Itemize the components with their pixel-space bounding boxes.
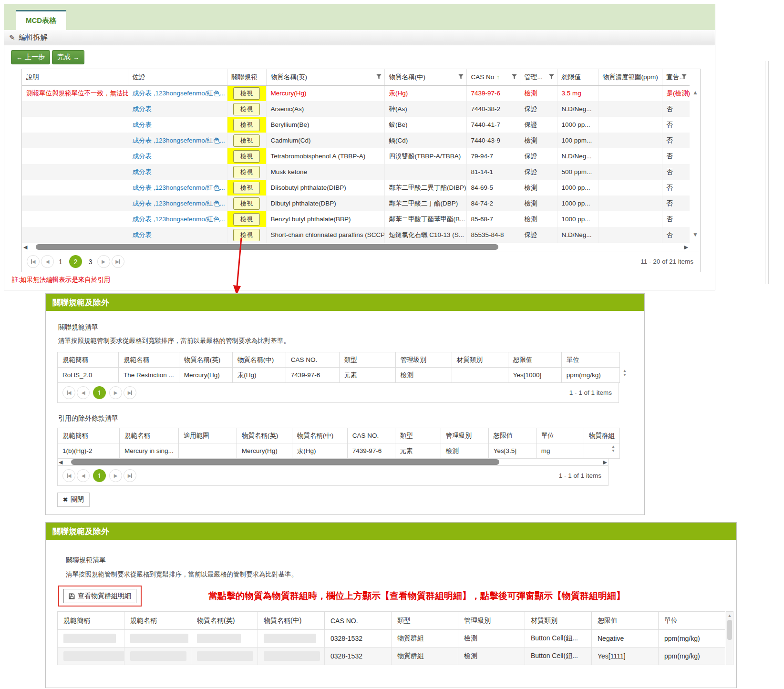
table-row: 成分表 檢視 Arsenic(As) 砷(As) 7440-38-2 保證 N.… [22, 101, 690, 117]
redacted-cell [63, 634, 116, 643]
scroll-right-icon[interactable]: ▶ [600, 459, 607, 465]
evidence-link[interactable]: 成分表 ,123hongsefenmo/紅色... [128, 133, 227, 148]
evidence-link[interactable]: 成分表 [128, 101, 227, 117]
table-row: 成分表 ,123hongsefenmo/紅色... 檢視 Cadmium(Cd)… [22, 133, 690, 148]
row-spinner[interactable]: ▲▼ [611, 445, 615, 453]
scroll-left-icon[interactable]: ◀ [59, 459, 65, 465]
close-button[interactable]: ✖ 關閉 [57, 493, 90, 507]
filter-icon[interactable] [681, 74, 687, 80]
table-row: 成分表 檢視 Tetrabromobisphenol A (TBBP-A) 四溴… [22, 148, 690, 164]
scroll-up-icon[interactable]: ▲ [728, 613, 732, 618]
panel-description: 清單按照規範管制要求從嚴格到寬鬆排序，當前以最嚴格的管制要求為比對基準。 [66, 570, 736, 579]
scrollbar-thumb[interactable] [36, 244, 498, 250]
view-cell: 檢視 [227, 180, 266, 195]
view-button[interactable]: 檢視 [233, 150, 260, 163]
page-3-button[interactable]: 3 [89, 258, 93, 266]
evidence-link[interactable]: 成分表 [128, 227, 227, 243]
scroll-left-icon[interactable]: ◀ [23, 244, 30, 250]
view-cell: 檢視 [227, 211, 266, 227]
evidence-link[interactable]: 成分表 ,123hongsefenmo/紅色... [128, 195, 227, 211]
evidence-link[interactable]: 成分表 [128, 148, 227, 164]
cell-desc: 測報單位與規範單位不一致，無法比對 [22, 85, 128, 101]
grid-header-row: 說明 佐證 關聯規範 物質名稱(英) 物質名稱(中) CAS No↑ 管理... [22, 69, 690, 85]
prev-page-button[interactable]: ◀ [41, 255, 54, 268]
vertical-scrollbar[interactable]: ▲ [726, 611, 733, 665]
view-button[interactable]: 檢視 [233, 182, 260, 194]
filter-icon[interactable] [376, 74, 382, 80]
scroll-right-icon[interactable]: ▶ [681, 244, 688, 250]
view-button[interactable]: 檢視 [233, 119, 260, 131]
prev-page-button[interactable]: ◀ [77, 469, 90, 482]
close-label: 關閉 [71, 495, 84, 504]
list1-description: 清單按照規範管制要求從嚴格到寬鬆排序，當前以最嚴格的管制要求為比對基準。 [58, 337, 633, 345]
filter-icon[interactable] [511, 74, 517, 80]
scrollbar-thumb[interactable] [71, 459, 499, 465]
col-name-en[interactable]: 物質名稱(英) [266, 69, 384, 85]
redacted-cell [197, 651, 253, 661]
scrollbar-thumb[interactable] [727, 620, 732, 640]
arrow-left-icon: ← [16, 54, 22, 61]
view-cell: 檢視 [227, 133, 266, 148]
last-page-button[interactable]: ▶ [112, 255, 124, 268]
table-row: 成分表 檢視 Beryllium(Be) 鈹(Be) 7440-41-7 保證 … [22, 117, 690, 133]
tab-mcd[interactable]: MCD表格 [16, 10, 66, 30]
row-spinner[interactable]: ▲▼ [623, 369, 627, 377]
prev-page-button[interactable]: ◀ [77, 386, 90, 399]
exemption-list-table: 規範簡稱 規範名稱 適用範圍 物質名稱(英) 物質名稱(中) CAS NO. 類… [57, 428, 633, 486]
last-page-button[interactable]: ▶ [124, 386, 136, 399]
mcd-window: MCD表格 ✎ 編輯拆解 ← 上一步 完成 → [4, 4, 715, 290]
view-group-detail-button[interactable]: 查看物質群組明細 [63, 589, 136, 603]
first-page-button[interactable]: ◀ [62, 469, 75, 482]
view-cell: 檢視 [227, 148, 266, 164]
scroll-down-icon[interactable]: ▼ [692, 231, 698, 238]
horizontal-scrollbar[interactable]: ◀ ▶ [22, 243, 690, 251]
page-1-button-active[interactable]: 1 [93, 469, 106, 482]
filter-icon[interactable] [548, 74, 555, 80]
sort-asc-icon: ↑ [496, 73, 500, 81]
toolbar: ✎ 編輯拆解 [4, 30, 715, 45]
grid-pager: ◀ ◀ 1 2 3 ▶ ▶ 11 - 20 of 21 items [22, 251, 700, 272]
next-page-button[interactable]: ▶ [97, 255, 110, 268]
col-name-zh[interactable]: 物質名稱(中) [384, 69, 466, 85]
first-page-button[interactable]: ◀ [62, 386, 75, 399]
view-button[interactable]: 檢視 [233, 134, 260, 147]
table-row: 成分表 檢視 Short-chain chlorinated paraffins… [22, 227, 690, 243]
view-button[interactable]: 檢視 [233, 103, 260, 115]
prev-step-button[interactable]: ← 上一步 [11, 50, 50, 64]
view-button[interactable]: 檢視 [233, 166, 260, 178]
page-1-button-active[interactable]: 1 [93, 386, 106, 399]
view-cell: 檢視 [227, 101, 266, 117]
col-rel-spec: 關聯規範 [227, 69, 266, 85]
evidence-link[interactable]: 成分表 ,123hongsefenmo/紅色... [128, 211, 227, 227]
view-button[interactable]: 檢視 [233, 87, 260, 100]
header-row: 規範簡稱 規範名稱 物質名稱(英) 物質名稱(中) CAS NO. 類型 管理級… [58, 612, 725, 630]
page-2-button-active[interactable]: 2 [69, 255, 82, 268]
page-scroll-gutter [765, 61, 769, 284]
horizontal-scrollbar[interactable]: ◀ ▶ [57, 459, 609, 466]
next-page-button[interactable]: ▶ [109, 386, 122, 399]
col-mgmt[interactable]: 管理... [520, 69, 557, 85]
scroll-up-icon[interactable]: ▲ [692, 89, 698, 96]
evidence-link[interactable]: 成分表 [128, 164, 227, 180]
tab-label: MCD表格 [26, 16, 56, 25]
redacted-cell [264, 634, 316, 643]
redacted-cell [130, 634, 188, 643]
pager-info: 1 - 1 of 1 items [559, 472, 601, 479]
list1-heading: 關聯規範清單 [58, 323, 633, 332]
col-conc: 物質濃度範圍(ppm) [598, 69, 662, 85]
view-button[interactable]: 檢視 [233, 197, 260, 210]
col-cas[interactable]: CAS No↑ [466, 69, 520, 85]
evidence-link[interactable]: 成分表 ,123hongsefenmo/紅色... [128, 180, 227, 195]
last-page-button[interactable]: ▶ [124, 469, 136, 482]
page-1-button[interactable]: 1 [59, 258, 62, 266]
evidence-link[interactable]: 成分表 [128, 117, 227, 133]
view-cell: 檢視 [227, 164, 266, 180]
first-page-button[interactable]: ◀ [27, 255, 40, 268]
view-button[interactable]: 檢視 [233, 213, 260, 226]
next-page-button[interactable]: ▶ [109, 469, 122, 482]
col-declare[interactable]: 宣告... [662, 69, 690, 85]
done-button[interactable]: 完成 → [52, 50, 84, 64]
header-row: 規範簡稱 規範名稱 適用範圍 物質名稱(英) 物質名稱(中) CAS NO. 類… [58, 428, 620, 443]
filter-icon[interactable] [458, 74, 464, 80]
evidence-link[interactable]: 成分表 ,123hongsefenmo/紅色... [128, 85, 227, 101]
